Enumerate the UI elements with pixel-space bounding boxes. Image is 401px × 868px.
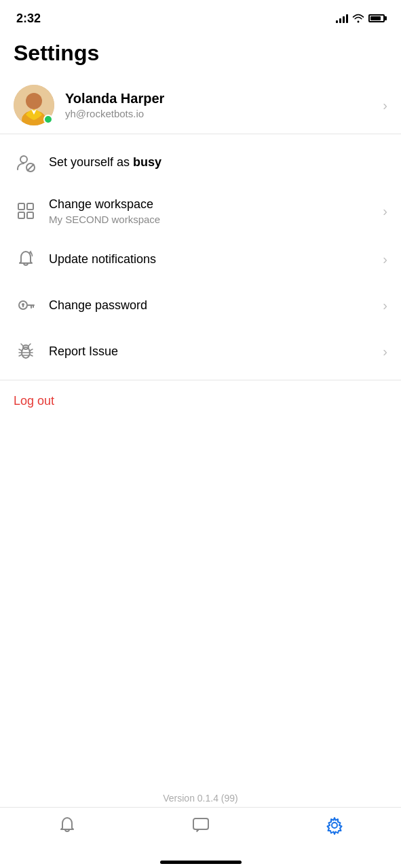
menu-item-set-busy[interactable]: Set yourself as busy (0, 140, 401, 186)
tab-notifications[interactable] (0, 816, 134, 835)
menu-item-notifications-content: Update notifications (49, 252, 383, 267)
battery-icon (368, 14, 385, 22)
svg-point-2 (26, 93, 42, 109)
online-status-dot (43, 115, 53, 124)
menu-item-report-issue[interactable]: Report Issue › (0, 328, 401, 374)
profile-name: Yolanda Harper (65, 91, 383, 106)
svg-rect-15 (22, 305, 24, 307)
status-bar: 2:32 (0, 0, 401, 34)
wifi-icon (352, 14, 364, 23)
svg-line-25 (30, 355, 33, 356)
svg-point-3 (20, 156, 27, 163)
menu-item-busy-content: Set yourself as busy (49, 155, 387, 170)
svg-rect-7 (27, 203, 33, 210)
version-text: Version 0.1.4 (99) (0, 793, 401, 804)
tab-settings[interactable] (267, 816, 401, 835)
logout-button[interactable]: Log out (14, 394, 54, 408)
svg-line-23 (30, 349, 33, 351)
notifications-chevron: › (383, 252, 387, 267)
menu-item-report-content: Report Issue (49, 344, 383, 359)
report-chevron: › (383, 344, 387, 359)
status-time: 2:32 (16, 12, 41, 26)
menu-item-busy-title: Set yourself as busy (49, 155, 387, 170)
chat-icon (191, 816, 210, 835)
menu-item-workspace-title: Change workspace (49, 197, 383, 212)
home-indicator (160, 861, 242, 864)
workspace-icon (14, 199, 38, 223)
menu-item-report-title: Report Issue (49, 344, 383, 359)
logout-section: Log out (0, 380, 401, 422)
menu-item-update-notifications[interactable]: Update notifications › (0, 236, 401, 282)
menu-item-workspace-content: Change workspace My SECOND workspace (49, 197, 383, 225)
svg-line-20 (19, 349, 22, 351)
svg-line-18 (21, 344, 23, 346)
svg-rect-6 (18, 203, 24, 210)
bell-icon (58, 816, 77, 835)
status-icons (336, 14, 385, 23)
profile-chevron: › (383, 98, 387, 113)
menu-item-password-title: Change password (49, 298, 383, 313)
workspace-chevron: › (383, 203, 387, 219)
svg-rect-8 (18, 212, 24, 218)
avatar (14, 85, 54, 125)
signal-icon (336, 14, 348, 23)
profile-info: Yolanda Harper yh@rocketbots.io (65, 91, 383, 119)
svg-rect-9 (27, 212, 33, 218)
tab-messages[interactable] (134, 816, 267, 835)
menu-item-notifications-title: Update notifications (49, 252, 383, 267)
svg-rect-28 (193, 818, 208, 829)
menu-item-workspace-subtitle: My SECOND workspace (49, 214, 383, 225)
password-icon (14, 293, 38, 317)
menu-item-change-workspace[interactable]: Change workspace My SECOND workspace › (0, 186, 401, 236)
page-title: Settings (0, 34, 401, 77)
svg-line-5 (28, 165, 34, 171)
settings-gear-icon (325, 816, 344, 835)
notifications-icon (14, 247, 38, 271)
tab-bar (0, 807, 401, 868)
profile-row[interactable]: Yolanda Harper yh@rocketbots.io › (0, 77, 401, 134)
svg-point-29 (332, 823, 337, 828)
menu-item-change-password[interactable]: Change password › (0, 282, 401, 328)
password-chevron: › (383, 298, 387, 313)
person-busy-icon (14, 151, 38, 175)
svg-line-22 (19, 355, 22, 356)
svg-line-19 (28, 344, 31, 346)
menu-section: Set yourself as busy Change workspace My… (0, 134, 401, 380)
bug-icon (14, 339, 38, 363)
menu-item-password-content: Change password (49, 298, 383, 313)
profile-email: yh@rocketbots.io (65, 108, 383, 119)
